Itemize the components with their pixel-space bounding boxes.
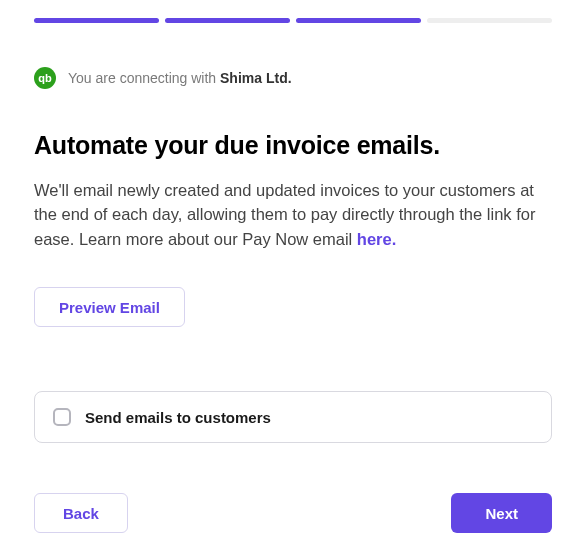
send-emails-checkbox[interactable] [53,408,71,426]
quickbooks-icon: qb [34,67,56,89]
page-description: We'll email newly created and updated in… [34,178,552,251]
back-button[interactable]: Back [34,493,128,533]
send-emails-label: Send emails to customers [85,409,271,426]
progress-step-3 [296,18,421,23]
page-description-text: We'll email newly created and updated in… [34,181,535,248]
send-emails-card[interactable]: Send emails to customers [34,391,552,443]
connecting-with-prefix: You are connecting with [68,70,220,86]
quickbooks-icon-text: qb [38,73,51,84]
footer-actions: Back Next [34,493,552,533]
connecting-with-company: Shima Ltd. [220,70,292,86]
progress-step-4 [427,18,552,23]
next-button[interactable]: Next [451,493,552,533]
progress-step-1 [34,18,159,23]
preview-email-button[interactable]: Preview Email [34,287,185,327]
page-title: Automate your due invoice emails. [34,131,552,160]
progress-step-2 [165,18,290,23]
learn-more-link[interactable]: here. [357,230,396,248]
progress-bar [34,0,552,23]
connecting-with-row: qb You are connecting with Shima Ltd. [34,67,552,89]
connecting-with-text: You are connecting with Shima Ltd. [68,70,292,86]
